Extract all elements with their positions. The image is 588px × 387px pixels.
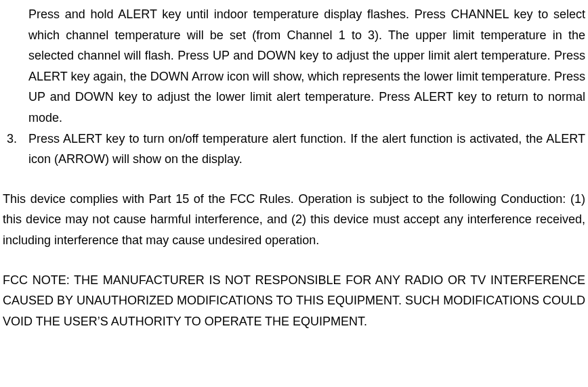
step2-text: Press and hold ALERT key until indoor te… bbox=[28, 7, 585, 124]
fcc-note-text: FCC NOTE: THE MANUFACTURER IS NOT RESPON… bbox=[3, 273, 585, 328]
fcc-compliance-statement: This device complies with Part 15 of the… bbox=[3, 189, 585, 251]
step3-text: Press ALERT key to turn on/off temperatu… bbox=[28, 129, 585, 170]
fcc-note-statement: FCC NOTE: THE MANUFACTURER IS NOT RESPON… bbox=[3, 270, 585, 332]
instruction-step-3: 3. Press ALERT key to turn on/off temper… bbox=[3, 129, 585, 170]
step3-marker: 3. bbox=[7, 129, 28, 170]
instruction-step-continued: Press and hold ALERT key until indoor te… bbox=[3, 4, 585, 129]
fcc-compliance-text: This device complies with Part 15 of the… bbox=[3, 192, 585, 247]
